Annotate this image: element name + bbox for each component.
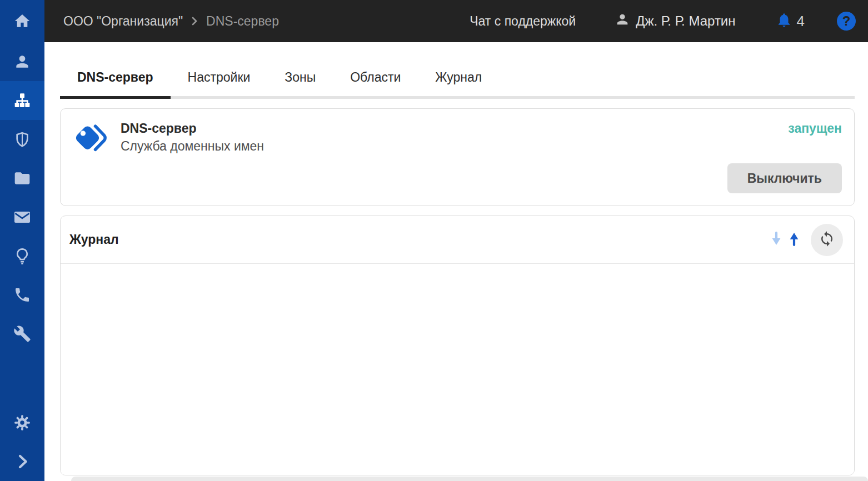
user-icon bbox=[13, 53, 31, 71]
main-content: DNS-сервер Настройки Зоны Области Журнал… bbox=[44, 42, 868, 481]
scroll-up-button[interactable] bbox=[785, 230, 803, 250]
folder-icon bbox=[13, 169, 31, 187]
user-menu[interactable]: Дж. Р. Р. Мартин bbox=[615, 12, 735, 31]
user-avatar-icon bbox=[615, 12, 630, 31]
phone-icon bbox=[13, 286, 31, 304]
service-card: DNS-сервер Служба доменных имен запущен … bbox=[60, 108, 855, 206]
wrench-icon bbox=[13, 325, 31, 343]
tab-zones[interactable]: Зоны bbox=[267, 59, 333, 99]
sidebar-item-telephony[interactable] bbox=[0, 275, 44, 314]
topbar: ООО "Организация" DNS-сервер Чат с подде… bbox=[44, 0, 868, 42]
refresh-icon bbox=[819, 231, 835, 249]
journal-card: Журнал bbox=[60, 216, 855, 475]
tab-bar-filler bbox=[499, 59, 855, 99]
sidebar-item-ideas[interactable] bbox=[0, 237, 44, 275]
tags-icon bbox=[74, 122, 109, 154]
tab-settings[interactable]: Настройки bbox=[171, 59, 268, 99]
sidebar-item-users[interactable] bbox=[0, 42, 44, 81]
service-actions: запущен Выключить bbox=[727, 121, 842, 193]
notifications-count: 4 bbox=[797, 13, 805, 30]
notifications-button[interactable]: 4 bbox=[776, 12, 805, 31]
sidebar bbox=[0, 0, 44, 481]
sidebar-spacer bbox=[0, 353, 44, 403]
question-mark-icon: ? bbox=[842, 13, 851, 29]
tab-bar: DNS-сервер Настройки Зоны Области Журнал bbox=[60, 59, 855, 99]
sidebar-item-tools[interactable] bbox=[0, 314, 44, 353]
lightbulb-icon bbox=[13, 247, 31, 265]
service-info: DNS-сервер Служба доменных имен bbox=[121, 121, 264, 193]
scroll-down-button[interactable] bbox=[767, 230, 785, 250]
breadcrumb: ООО "Организация" DNS-сервер bbox=[63, 14, 279, 29]
arrow-down-icon bbox=[770, 231, 783, 249]
help-button[interactable]: ? bbox=[837, 12, 856, 31]
user-name: Дж. Р. Р. Мартин bbox=[636, 13, 735, 29]
sidebar-item-home[interactable] bbox=[0, 0, 44, 42]
service-subtitle: Служба доменных имен bbox=[121, 139, 264, 154]
chevron-right-icon bbox=[13, 453, 31, 470]
stop-service-button[interactable]: Выключить bbox=[727, 163, 842, 193]
journal-log-area bbox=[61, 264, 854, 475]
sidebar-item-security[interactable] bbox=[0, 120, 44, 159]
breadcrumb-org[interactable]: ООО "Организация" bbox=[63, 14, 183, 29]
journal-title: Журнал bbox=[69, 232, 119, 247]
support-chat-link[interactable]: Чат с поддержкой bbox=[470, 14, 576, 29]
tab-dns-server[interactable]: DNS-сервер bbox=[60, 59, 171, 99]
refresh-journal-button[interactable] bbox=[811, 224, 843, 256]
sidebar-item-files[interactable] bbox=[0, 159, 44, 198]
gear-icon bbox=[13, 414, 31, 432]
journal-controls bbox=[767, 224, 843, 256]
breadcrumb-chevron-icon bbox=[191, 16, 198, 27]
tab-areas[interactable]: Области bbox=[333, 59, 418, 99]
bell-icon bbox=[776, 12, 792, 31]
tab-journal[interactable]: Журнал bbox=[418, 59, 499, 99]
sidebar-expand-button[interactable] bbox=[0, 442, 44, 481]
sidebar-item-mail[interactable] bbox=[0, 198, 44, 237]
app-root: ООО "Организация" DNS-сервер Чат с подде… bbox=[0, 0, 868, 481]
journal-header: Журнал bbox=[61, 216, 854, 264]
envelope-icon bbox=[13, 208, 31, 226]
home-icon bbox=[13, 12, 31, 30]
sidebar-item-settings[interactable] bbox=[0, 403, 44, 442]
sitemap-icon bbox=[13, 92, 31, 109]
breadcrumb-page: DNS-сервер bbox=[206, 14, 279, 29]
status-badge: запущен bbox=[788, 121, 842, 136]
arrow-up-icon bbox=[787, 231, 801, 249]
service-title: DNS-сервер bbox=[121, 121, 264, 136]
bottom-edge-element bbox=[71, 477, 868, 481]
shield-icon bbox=[13, 131, 31, 148]
sidebar-item-services[interactable] bbox=[0, 81, 44, 120]
